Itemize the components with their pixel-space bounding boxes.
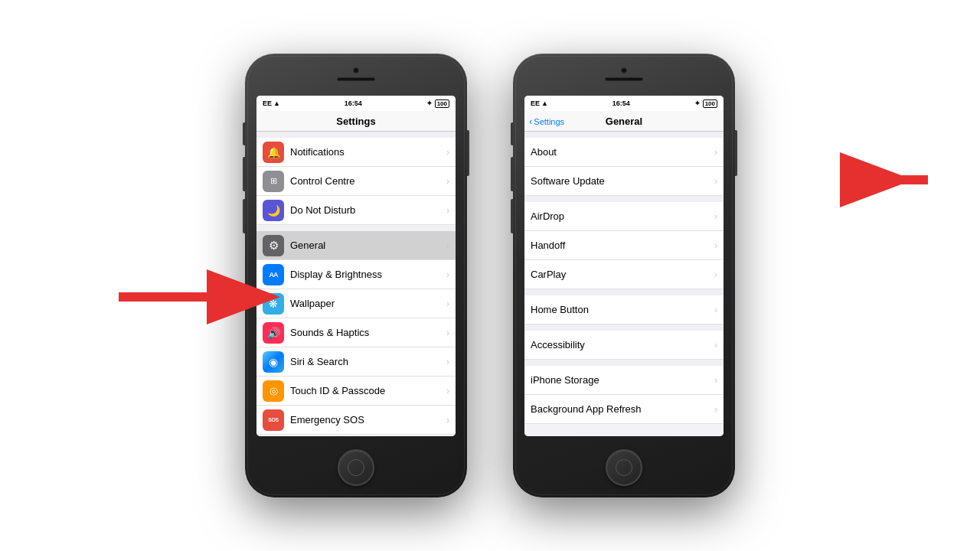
home-button-chevron: › xyxy=(714,305,717,315)
bluetooth-icon: ✦ xyxy=(426,99,433,107)
control-centre-icon: ⊞ xyxy=(263,171,284,192)
airdrop-chevron: › xyxy=(714,211,717,222)
software-update-item[interactable]: Software Update › xyxy=(524,167,724,196)
accessibility-item[interactable]: Accessibility › xyxy=(524,331,724,360)
top-bar xyxy=(337,67,375,81)
speaker xyxy=(337,77,375,81)
display-icon: AA xyxy=(263,264,284,285)
item-label-general: General xyxy=(290,240,443,251)
top-bar-right xyxy=(605,67,643,81)
list-item[interactable]: 🌙 Do Not Disturb › xyxy=(256,196,456,225)
list-item[interactable]: SOS Emergency SOS › xyxy=(256,406,456,435)
item-label-display: Display & Brightness xyxy=(290,269,443,280)
home-button-left[interactable] xyxy=(338,449,374,486)
volume-up-button xyxy=(243,157,245,191)
settings-list[interactable]: 🔔 Notifications › ⊞ Control Centre › 🌙 D… xyxy=(256,132,456,436)
status-left: EE ▲ xyxy=(263,99,280,107)
gap-2 xyxy=(256,225,456,231)
iphone-storage-item[interactable]: iPhone Storage › xyxy=(524,366,724,395)
status-bar-right: EE ▲ 16:54 ✦ 100 xyxy=(524,96,724,111)
nav-bar-right: ‹ Settings General xyxy=(524,111,724,132)
notifications-icon: 🔔 xyxy=(263,142,284,163)
item-label-notifications: Notifications xyxy=(290,146,443,158)
item-label-control-centre: Control Centre xyxy=(290,175,443,187)
scene: EE ▲ 16:54 ✦ 100 Settings 🔔 xyxy=(0,0,980,551)
chevron-dnd: › xyxy=(446,205,449,216)
list-item[interactable]: ⚡ Battery › xyxy=(256,435,456,436)
mute-button-right xyxy=(511,122,513,145)
iphone-storage-label: iPhone Storage xyxy=(531,374,599,386)
item-label-sos: Emergency SOS xyxy=(290,414,443,425)
chevron-notifications: › xyxy=(446,147,449,158)
volume-down-button-right xyxy=(511,199,513,233)
siri-icon: ◉ xyxy=(263,351,284,373)
bluetooth-icon-right: ✦ xyxy=(694,99,701,107)
speaker-right xyxy=(605,77,643,81)
back-button[interactable]: ‹ Settings xyxy=(529,116,564,127)
settings-title: Settings xyxy=(263,116,449,127)
list-item[interactable]: AA Display & Brightness › xyxy=(256,260,456,289)
general-list[interactable]: About › Software Update › AirDrop › Hand… xyxy=(524,132,724,436)
left-arrow xyxy=(119,282,218,312)
dnd-icon: 🌙 xyxy=(263,200,284,221)
home-button-item[interactable]: Home Button › xyxy=(524,295,724,324)
status-left-right: EE ▲ xyxy=(531,99,548,107)
background-refresh-label: Background App Refresh xyxy=(531,403,642,415)
carplay-item[interactable]: CarPlay › xyxy=(524,260,724,289)
gap-top xyxy=(256,132,456,138)
battery-icon-right: 100 xyxy=(703,99,717,108)
chevron-wallpaper: › xyxy=(446,298,449,309)
volume-down-button xyxy=(243,199,245,233)
list-item[interactable]: 🔊 Sounds & Haptics › xyxy=(256,318,456,347)
list-item[interactable]: ❋ Wallpaper › xyxy=(256,289,456,318)
home-button-right[interactable] xyxy=(606,449,642,486)
wifi-icon-right: ▲ xyxy=(541,99,548,107)
screen-right: EE ▲ 16:54 ✦ 100 ‹ Settings General xyxy=(524,96,724,436)
iphone-storage-chevron: › xyxy=(714,375,717,386)
phone-left: EE ▲ 16:54 ✦ 100 Settings 🔔 xyxy=(245,54,467,497)
accessibility-chevron: › xyxy=(714,340,717,350)
item-label-touchid: Touch ID & Passcode xyxy=(290,385,443,396)
chevron-siri: › xyxy=(446,357,449,367)
chevron-display: › xyxy=(446,269,449,280)
power-button-right xyxy=(735,130,737,176)
list-item[interactable]: ◎ Touch ID & Passcode › xyxy=(256,377,456,406)
back-chevron: ‹ xyxy=(529,116,532,127)
chevron-sos: › xyxy=(446,415,449,425)
right-arrow xyxy=(828,165,928,195)
touchid-icon: ◎ xyxy=(263,380,284,402)
about-item[interactable]: About › xyxy=(524,138,724,167)
accessibility-label: Accessibility xyxy=(531,339,585,350)
time-right: 16:54 xyxy=(612,99,630,107)
list-item[interactable]: ◉ Siri & Search › xyxy=(256,347,456,377)
software-update-label: Software Update xyxy=(531,175,605,187)
volume-up-button-right xyxy=(511,157,513,191)
handoff-label: Handoff xyxy=(531,240,565,251)
chevron-control: › xyxy=(446,176,449,187)
camera-right xyxy=(621,67,627,73)
status-right-right: ✦ 100 xyxy=(694,99,717,108)
airdrop-label: AirDrop xyxy=(531,210,564,222)
about-label: About xyxy=(531,146,557,158)
list-item[interactable]: 🔔 Notifications › xyxy=(256,138,456,167)
item-label-wallpaper: Wallpaper xyxy=(290,298,443,309)
carrier-right: EE xyxy=(531,99,540,107)
handoff-item[interactable]: Handoff › xyxy=(524,231,724,260)
list-item[interactable]: ⊞ Control Centre › xyxy=(256,167,456,196)
background-refresh-chevron: › xyxy=(714,404,717,415)
wallpaper-icon: ❋ xyxy=(263,293,284,315)
about-chevron: › xyxy=(714,147,717,158)
handoff-chevron: › xyxy=(714,240,717,251)
carrier: EE xyxy=(263,99,272,107)
home-button-label: Home Button xyxy=(531,304,589,315)
battery-icon: 100 xyxy=(435,99,449,108)
item-label-sounds: Sounds & Haptics xyxy=(290,327,443,338)
screen-left: EE ▲ 16:54 ✦ 100 Settings 🔔 xyxy=(256,96,456,436)
gap-g4 xyxy=(524,324,724,331)
chevron-sounds: › xyxy=(446,328,449,338)
background-refresh-item[interactable]: Background App Refresh › xyxy=(524,395,724,424)
list-item-general[interactable]: ⚙ General › xyxy=(256,231,456,260)
item-label-dnd: Do Not Disturb xyxy=(290,204,443,216)
airdrop-item[interactable]: AirDrop › xyxy=(524,202,724,231)
back-label: Settings xyxy=(534,116,564,126)
